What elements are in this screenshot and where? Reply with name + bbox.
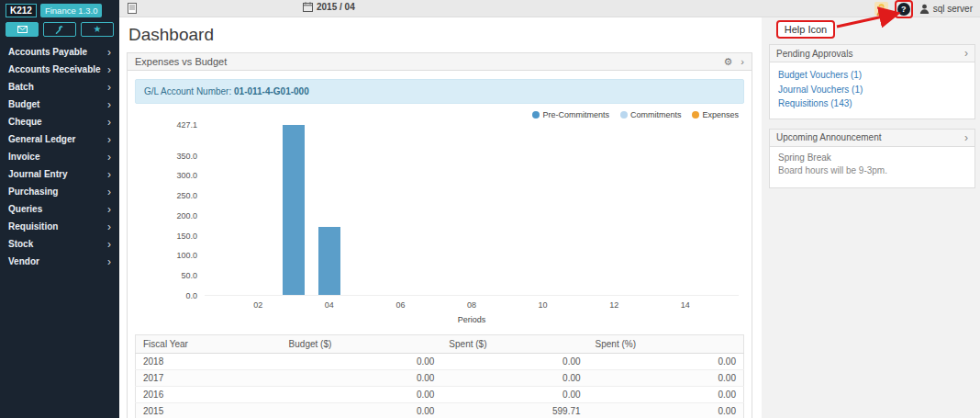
chevron-right-icon: › xyxy=(107,169,111,180)
chevron-right-icon: › xyxy=(107,117,111,128)
table-cell: 0.00 xyxy=(282,370,442,387)
chart-y-axis: 427.1350.0300.0250.0200.0150.0100.050.00… xyxy=(135,125,197,296)
announcement-title: Upcoming Announcement xyxy=(776,132,882,142)
link-requisitions-143-[interactable]: Requisitions (143) xyxy=(778,96,966,111)
chevron-right-icon[interactable]: › xyxy=(741,57,744,67)
announcement-panel: Upcoming Announcement › Spring Break Boa… xyxy=(769,129,975,188)
sidebar-item-label: Stock xyxy=(8,239,33,249)
sidebar-item-journal-entry[interactable]: Journal Entry› xyxy=(0,165,119,183)
mail-button[interactable] xyxy=(6,22,39,37)
account-info-alert: G/L Account Number: 01-011-4-G01-000 xyxy=(135,79,744,104)
calendar-icon xyxy=(303,2,313,12)
favorites-button[interactable]: ★ xyxy=(81,22,114,37)
table-header-row: Fiscal YearBudget ($)Spent ($)Spent (%) xyxy=(136,335,744,354)
column-header-fiscal-year: Fiscal Year xyxy=(136,335,282,354)
table-row: 20150.00599.710.00 xyxy=(136,403,744,418)
app-branding: K212 Finance 1.3.0 xyxy=(0,0,119,20)
sidebar-item-general-ledger[interactable]: General Ledger› xyxy=(0,130,119,148)
x-axis-tick: 08 xyxy=(467,300,476,310)
legend-item-pre-commitments[interactable]: Pre-Commitments xyxy=(532,110,609,119)
legend-dot xyxy=(532,111,540,119)
y-axis-tick: 100.0 xyxy=(135,251,197,260)
table-cell: 0.00 xyxy=(282,387,442,403)
y-axis-tick: 50.0 xyxy=(135,271,197,280)
star-icon: ★ xyxy=(94,25,102,34)
panel-header-actions: ⚙ › xyxy=(723,57,744,67)
link-budget-vouchers-1-[interactable]: Budget Vouchers (1) xyxy=(778,68,966,83)
document-icon[interactable] xyxy=(128,3,137,16)
table-cell: 599.71 xyxy=(441,403,587,418)
sidebar-item-invoice[interactable]: Invoice› xyxy=(0,148,119,165)
table-row: 20170.000.000.00 xyxy=(136,370,744,387)
table-cell: 0.00 xyxy=(588,403,744,418)
pending-approvals-panel: Pending Approvals › Budget Vouchers (1)J… xyxy=(769,44,975,119)
chevron-right-icon: › xyxy=(107,47,111,58)
table-cell: 0.00 xyxy=(588,354,744,370)
chevron-right-icon[interactable]: › xyxy=(964,132,968,143)
sidebar-toolbar: ★ xyxy=(0,20,119,43)
chevron-right-icon[interactable]: › xyxy=(964,48,968,59)
link-journal-vouchers-1-[interactable]: Journal Vouchers (1) xyxy=(778,83,966,97)
legend-item-commitments[interactable]: Commitments xyxy=(620,110,682,119)
app-window: K212 Finance 1.3.0 ★ Accounts Payable›Ac… xyxy=(0,0,980,418)
announcement-header: Upcoming Announcement › xyxy=(770,130,974,147)
x-axis-tick: 12 xyxy=(609,300,618,310)
legend-label: Commitments xyxy=(630,110,682,119)
y-axis-tick: 300.0 xyxy=(135,171,197,180)
y-axis-tick: 200.0 xyxy=(135,211,197,220)
chart-x-axis: 02040608101214 xyxy=(205,300,739,311)
chevron-right-icon: › xyxy=(107,82,111,93)
right-rail: Pending Approvals › Budget Vouchers (1)J… xyxy=(762,17,980,418)
table-cell: 2016 xyxy=(136,387,282,403)
person-icon xyxy=(919,4,930,14)
chart-bar-period-3 xyxy=(283,125,305,295)
sidebar-item-queries[interactable]: Queries› xyxy=(0,200,119,218)
sidebar-item-label: General Ledger xyxy=(8,134,75,144)
page-title: Dashboard xyxy=(128,25,752,45)
sidebar-item-batch[interactable]: Batch› xyxy=(0,78,119,96)
sidebar-item-vendor[interactable]: Vendor› xyxy=(0,253,119,270)
chevron-right-icon: › xyxy=(107,256,111,267)
y-axis-tick: 0.0 xyxy=(135,291,197,300)
chart-bar-period-4 xyxy=(318,227,340,296)
wrench-icon xyxy=(55,25,64,34)
legend-dot xyxy=(692,111,699,119)
sidebar-item-requisition[interactable]: Requisition› xyxy=(0,218,119,235)
column-header-spent-: Spent (%) xyxy=(588,335,744,354)
column-header-spent-: Spent ($) xyxy=(441,335,587,354)
panel-header: Expenses vs Budget ⚙ › xyxy=(128,53,752,71)
chevron-right-icon: › xyxy=(107,134,111,145)
chevron-right-icon: › xyxy=(107,221,111,232)
y-axis-tick: 250.0 xyxy=(135,191,197,200)
sidebar-item-stock[interactable]: Stock› xyxy=(0,235,119,253)
envelope-icon xyxy=(17,26,28,33)
chevron-right-icon: › xyxy=(107,99,111,110)
gear-icon[interactable]: ⚙ xyxy=(723,57,732,67)
tools-button[interactable] xyxy=(43,22,76,37)
x-axis-label: Periods xyxy=(205,315,739,324)
table-cell: 0.00 xyxy=(441,387,587,403)
sidebar-item-label: Batch xyxy=(8,82,34,92)
table-cell: 0.00 xyxy=(282,403,442,418)
legend-item-expenses[interactable]: Expenses xyxy=(692,110,739,119)
x-axis-tick: 06 xyxy=(395,300,405,310)
sidebar-item-accounts-receivable[interactable]: Accounts Receivable› xyxy=(0,61,119,78)
sidebar-item-budget[interactable]: Budget› xyxy=(0,96,119,113)
period-selector[interactable]: 2015 / 04 xyxy=(303,2,355,12)
sidebar-item-cheque[interactable]: Cheque› xyxy=(0,113,119,130)
user-menu[interactable]: sql server xyxy=(919,4,973,14)
main-column: Dashboard Expenses vs Budget ⚙ › G/L Acc… xyxy=(119,17,762,418)
pending-approvals-list: Budget Vouchers (1)Journal Vouchers (1)R… xyxy=(770,62,974,119)
username: sql server xyxy=(933,4,973,14)
sidebar-item-label: Accounts Payable xyxy=(8,47,87,57)
sidebar-item-purchasing[interactable]: Purchasing› xyxy=(0,183,119,200)
sidebar-item-accounts-payable[interactable]: Accounts Payable› xyxy=(0,43,119,61)
table-cell: 0.00 xyxy=(441,370,587,387)
expenses-chart: 427.1350.0300.0250.0200.0150.0100.050.00… xyxy=(135,119,744,327)
pending-approvals-title: Pending Approvals xyxy=(776,49,852,59)
x-axis-tick: 10 xyxy=(539,300,548,310)
sidebar-item-label: Invoice xyxy=(8,152,39,162)
fiscal-table-body: 20180.000.000.0020170.000.000.0020160.00… xyxy=(136,354,744,418)
fiscal-year-table: Fiscal YearBudget ($)Spent ($)Spent (%) … xyxy=(135,334,744,418)
chevron-right-icon: › xyxy=(107,152,111,163)
